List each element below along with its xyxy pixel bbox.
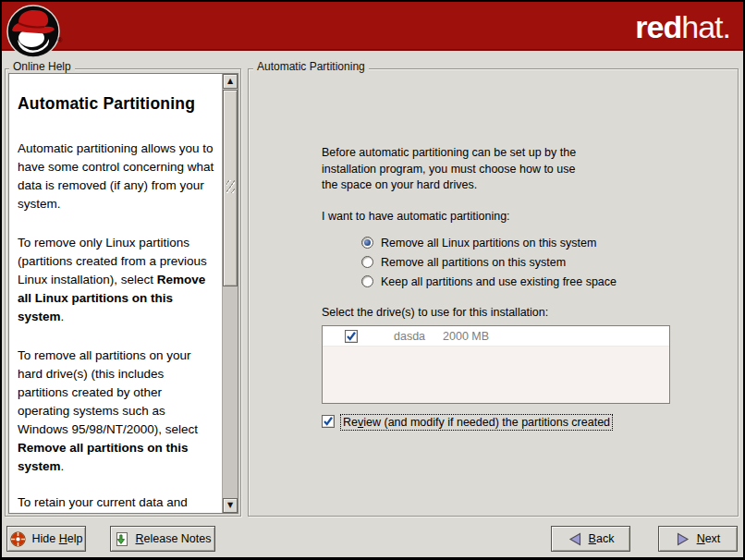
trademark-symbol: ® [57,37,62,43]
partitioning-question-label: I want to have automatic partitioning: [322,210,510,223]
intro-text: Before automatic partitioning can be set… [322,145,576,194]
mnemonic-underline: B [589,532,596,545]
redhat-banner: redhat. [2,2,743,51]
radio-option[interactable]: Keep all partitions and use existing fre… [361,272,617,291]
back-button[interactable]: Back [551,526,630,552]
release-notes-button[interactable]: Release Notes [110,526,215,552]
scrollbar-grip [226,180,235,193]
radio-button[interactable] [361,237,373,249]
radio-option[interactable]: Remove all partitions on this system [361,252,617,272]
hide-help-label: Hide Help [32,532,83,545]
mnemonic-underline: H [59,532,67,545]
next-button[interactable]: Next [658,526,738,552]
wordmark-light: hat. [681,9,730,44]
drive-size: 2000 MB [443,330,489,343]
help-paragraphs: Automatic partitioning allows you to hav… [18,140,214,512]
help-title: Automatic Partitioning [18,94,214,114]
partitioning-radio-group: Remove all Linux partitions on this syst… [361,233,617,291]
radio-option-label: Remove all Linux partitions on this syst… [381,237,596,250]
scroll-down-icon[interactable]: ▼ [223,498,238,513]
online-help-frame-label: Online Help [9,61,75,73]
release-notes-icon [115,531,129,547]
radio-option[interactable]: Remove all Linux partitions on this syst… [361,233,617,252]
checkbox[interactable] [322,415,335,428]
release-notes-label: Release Notes [136,532,212,545]
next-label: Next [697,532,721,545]
mnemonic-underline: N [697,532,705,545]
back-arrow-icon [568,531,582,547]
main-step-frame [248,68,739,517]
help-paragraph: To remove all partitions on your hard dr… [18,347,214,476]
help-paragraph: Automatic partitioning allows you to hav… [18,140,214,213]
mnemonic-underline: R [136,532,144,545]
next-arrow-icon [676,531,690,547]
back-label: Back [589,532,615,545]
hide-help-button[interactable]: Hide Help [6,526,86,552]
wordmark-bold: red [635,9,681,44]
help-paragraph: To retain your current data and [18,493,214,512]
review-checkbox[interactable] [322,414,335,431]
help-text-panel[interactable]: Automatic Partitioning Automatic partiti… [8,73,238,514]
radio-button[interactable] [361,275,373,287]
drive-row[interactable]: dasda2000 MB [323,326,669,347]
scrollbar-thumb[interactable] [223,90,238,286]
drives-select-label: Select the drive(s) to use for this inst… [322,306,548,319]
radio-button[interactable] [361,256,373,268]
scroll-up-icon[interactable]: ▲ [223,74,238,89]
drive-list[interactable]: dasda2000 MB [322,325,670,404]
help-scrollbar[interactable]: ▲ ▼ [222,74,238,513]
help-paragraph: To remove only Linux partitions (partiti… [18,234,214,326]
installer-window: redhat. ® Online Help Automatic Partitio… [0,0,745,560]
review-partitions-option[interactable]: Review (and modify if needed) the partit… [322,414,613,431]
redhat-wordmark: redhat. [635,7,730,46]
drive-name: dasda [394,330,425,343]
main-step-frame-label: Automatic Partitioning [253,61,369,73]
mnemonic-underline: v [358,416,363,429]
drive-checkbox[interactable] [345,330,358,343]
radio-option-label: Remove all partitions on this system [381,256,566,269]
review-checkbox-label[interactable]: Review (and modify if needed) the partit… [340,414,613,431]
redhat-shadowman-logo-icon [6,3,61,62]
help-content: Automatic Partitioning Automatic partiti… [9,74,214,512]
help-buoy-icon [10,531,26,547]
radio-option-label: Keep all partitions and use existing fre… [381,275,617,288]
